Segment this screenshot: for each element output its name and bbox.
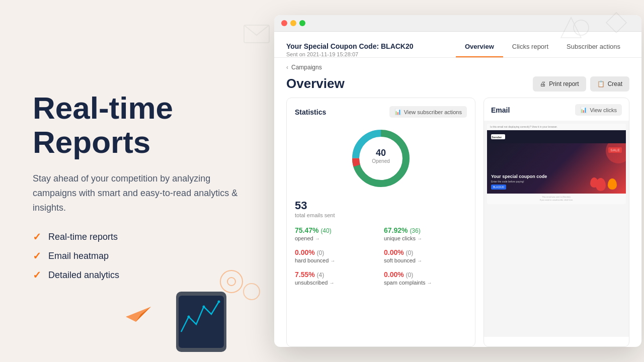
total-label: total emails sent [295,212,467,218]
balloon-3-icon [590,177,598,188]
stat-unsubscribed: 7.55% (4) unsubscribed → [295,270,378,286]
svg-point-1 [220,270,243,293]
deco-envelope-icon [242,20,272,47]
stat-spam-complaints: 0.00% (0) spam complaints → [384,270,467,286]
svg-marker-9 [606,13,626,33]
coupon-sub: Enter the code before paying! [491,180,547,183]
banner-circle-deco [606,143,626,163]
page-header: Overview 🖨 Print report 📋 Creat [274,74,641,98]
stat-hard-bounced-percent: 0.00% (0) [295,248,378,256]
main-content: Statistics 📊 View subscriber actions [274,98,641,347]
svg-point-8 [218,301,220,303]
print-report-button[interactable]: 🖨 Print report [533,76,586,92]
coupon-title: Your special coupon code [491,174,547,179]
stat-opened-label[interactable]: opened → [295,235,378,241]
breadcrumb: ‹ Campaigns [274,58,641,74]
stat-soft-bounced-label[interactable]: soft bounced → [384,257,467,263]
stat-hard-bounced: 0.00% (0) hard bounced → [295,248,378,263]
email-banner: SALE Your special coupon code Enter the … [487,143,626,194]
stat-soft-bounced: 0.00% (0) soft bounced → [384,248,467,263]
svg-point-7 [203,306,205,308]
email-card-title: Email [491,106,510,114]
stats-card-title: Statistics [295,108,326,116]
statistics-card: Statistics 📊 View subscriber actions [286,98,475,347]
sender-logo: Sender [491,134,505,139]
banner-content: Your special coupon code Enter the code … [491,174,547,190]
check-icon: ✓ [33,269,41,281]
stat-unique-clicks-percent: 67.92% (36) [384,226,467,234]
printer-icon: 🖨 [540,80,546,87]
arrow-icon: → [417,236,422,241]
arrow-icon: → [329,280,334,286]
deco-shapes [556,8,636,50]
svg-point-3 [244,284,260,300]
mini-email-content: Is this email not displaying correctly? … [487,124,626,204]
browser-content: Your Special Coupon Code: BLACK20 Sent o… [274,32,641,347]
check-icon: ✓ [33,231,41,243]
email-card-header: Email 📊 View clicks [484,98,629,121]
chart-icon: 📊 [580,107,587,113]
back-arrow-icon: ‹ [286,64,288,71]
campaign-date: Sent on 2021-11-19 15:28:07 [286,51,414,57]
stat-unique-clicks-label[interactable]: unique clicks → [384,235,467,241]
check-icon: ✓ [33,250,41,262]
page-title: Overview [286,76,345,92]
email-footer: This email was sent to (Sender). If you … [487,194,626,204]
stat-soft-bounced-percent: 0.00% (0) [384,248,467,256]
list-item: ✓ Real-time reports [33,231,247,243]
tab-clicks-report[interactable]: Clicks report [503,38,557,57]
arrow-icon: → [330,258,335,263]
svg-text:40: 40 [376,148,386,158]
svg-point-2 [227,278,235,286]
create-icon: 📋 [597,80,605,87]
right-panel: Your Special Coupon Code: BLACK20 Sent o… [272,0,644,362]
chart-icon: 📊 [394,109,401,115]
stat-opened: 75.47% (40) opened → [295,226,378,241]
breadcrumb-label[interactable]: Campaigns [291,64,322,71]
stat-spam-complaints-percent: 0.00% (0) [384,270,467,279]
email-top-bar: Is this email not displaying correctly? … [487,124,626,130]
campaign-title: Your Special Coupon Code: BLACK20 [286,42,414,50]
browser-window: Your Special Coupon Code: BLACK20 Sent o… [274,15,641,347]
view-clicks-button[interactable]: 📊 View clicks [575,104,622,116]
traffic-light-yellow[interactable] [290,20,296,26]
svg-text:Opened: Opened [372,158,390,164]
arrow-icon: → [417,258,422,263]
create-button[interactable]: 📋 Creat [590,76,629,92]
left-panel: Real-time Reports Stay ahead of your com… [0,0,272,362]
header-buttons: 🖨 Print report 📋 Creat [533,76,629,92]
stat-hard-bounced-label[interactable]: hard bounced → [295,257,378,263]
total-emails: 53 total emails sent [295,199,467,218]
hero-title: Real-time Reports [33,91,247,159]
total-number: 53 [295,199,467,212]
stat-spam-complaints-label[interactable]: spam complaints → [384,280,467,286]
campaign-info: Your Special Coupon Code: BLACK20 Sent o… [286,42,414,57]
balloon-2-icon [608,178,617,190]
stats-card-header: Statistics 📊 View subscriber actions [295,106,467,118]
arrow-icon: → [427,280,432,286]
svg-point-6 [188,316,190,318]
email-preview: Is this email not displaying correctly? … [484,121,629,337]
hero-subtitle: Stay ahead of your competition by analyz… [33,171,247,215]
coupon-code-button: BLACK20 [491,185,506,190]
stats-grid: 75.47% (40) opened → 67.92% (36) [295,226,467,286]
illustration [101,251,272,352]
donut-chart: 40 Opened [295,126,467,191]
svg-text:Sender: Sender [492,136,502,139]
traffic-light-green[interactable] [299,20,305,26]
view-subscriber-actions-button[interactable]: 📊 View subscriber actions [389,106,467,118]
stat-unsubscribed-label[interactable]: unsubscribed → [295,280,378,286]
email-card: Email 📊 View clicks Is this email not di… [484,98,629,347]
stat-unsubscribed-percent: 7.55% (4) [295,270,378,279]
arrow-icon: → [315,236,320,241]
email-header-dark: Sender [487,130,626,143]
stat-opened-percent: 75.47% (40) [295,226,378,234]
stat-unique-clicks: 67.92% (36) unique clicks → [384,226,467,241]
tab-overview[interactable]: Overview [456,38,503,57]
traffic-light-red[interactable] [281,20,287,26]
